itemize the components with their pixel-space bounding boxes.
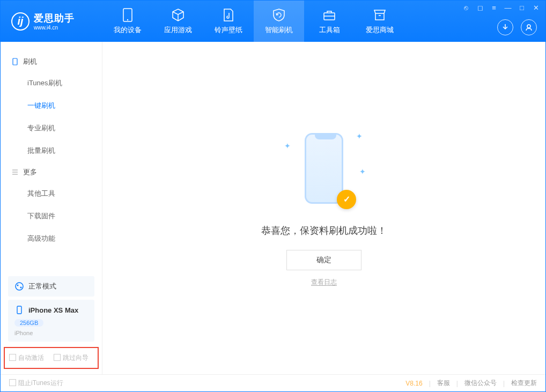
svg-rect-4 — [13, 58, 17, 65]
logo-icon: ij — [11, 12, 29, 31]
check-badge-icon: ✓ — [337, 190, 356, 209]
tab-label: 爱思商城 — [366, 25, 394, 35]
download-button[interactable] — [497, 19, 513, 35]
section-title: 更多 — [23, 167, 37, 177]
shield-refresh-icon — [272, 8, 286, 22]
header-actions — [497, 19, 537, 35]
logo: ij 爱思助手 www.i4.cn — [1, 12, 102, 31]
cube-icon — [171, 8, 185, 22]
block-itunes-label: 阻止iTunes运行 — [18, 379, 63, 387]
phone-graphic — [305, 133, 343, 204]
music-file-icon — [222, 8, 235, 22]
sidebar-item-itunes-flash[interactable]: iTunes刷机 — [1, 72, 102, 94]
footer-link-support[interactable]: 客服 — [437, 379, 450, 388]
skip-guide-label: 跳过向导 — [63, 354, 88, 361]
user-button[interactable] — [521, 19, 537, 35]
footer-link-wechat[interactable]: 微信公众号 — [464, 379, 497, 388]
close-button[interactable]: ✕ — [532, 4, 540, 12]
sidebar-item-batch-flash[interactable]: 批量刷机 — [1, 139, 102, 162]
sidebar-item-advanced[interactable]: 高级功能 — [1, 227, 102, 250]
block-itunes-checkbox[interactable]: 阻止iTunes运行 — [9, 379, 63, 388]
version-label: V8.16 — [405, 380, 422, 387]
mode-card[interactable]: 正常模式 — [8, 276, 94, 297]
sidebar: 刷机 iTunes刷机 一键刷机 专业刷机 批量刷机 更多 其他工具 下载固件 … — [1, 42, 102, 374]
menu-icon[interactable]: ≡ — [490, 4, 498, 12]
svg-rect-8 — [17, 306, 21, 314]
sparkle-icon: ✦ — [356, 132, 363, 140]
device-type: iPhone — [14, 330, 33, 336]
svg-point-1 — [127, 19, 128, 20]
tab-ringtones[interactable]: 铃声壁纸 — [203, 1, 254, 42]
device-name: iPhone XS Max — [28, 306, 78, 314]
footer-link-update[interactable]: 检查更新 — [511, 379, 537, 388]
minimize-button[interactable]: — — [504, 4, 512, 12]
feedback-icon[interactable]: ◻ — [476, 4, 484, 12]
sidebar-item-oneclick-flash[interactable]: 一键刷机 — [1, 94, 102, 117]
section-flash: 刷机 — [1, 51, 102, 72]
success-illustration: ✦ ✦ ✦ ✓ — [281, 130, 367, 210]
tshirt-icon[interactable]: ⎋ — [462, 4, 470, 12]
main-tabs: 我的设备 应用游戏 铃声壁纸 智能刷机 工具箱 爱思商城 — [102, 1, 405, 42]
app-name: 爱思助手 — [34, 12, 75, 25]
ok-button[interactable]: 确定 — [286, 250, 361, 270]
device-card[interactable]: iPhone XS Max 256GB iPhone — [8, 300, 94, 342]
tab-label: 工具箱 — [319, 25, 340, 35]
success-message: 恭喜您，保资料刷机成功啦！ — [261, 224, 387, 237]
main-content: ✦ ✦ ✦ ✓ 恭喜您，保资料刷机成功啦！ 确定 查看日志 — [102, 42, 545, 374]
options-row: 自动激活 跳过向导 — [4, 347, 99, 369]
maximize-button[interactable]: □ — [518, 4, 526, 12]
footer: 阻止iTunes运行 V8.16 | 客服 | 微信公众号 | 检查更新 — [1, 374, 545, 391]
store-icon — [373, 8, 387, 22]
auto-activate-label: 自动激活 — [18, 354, 44, 361]
tab-toolbox[interactable]: 工具箱 — [304, 1, 355, 42]
svg-point-5 — [16, 283, 23, 290]
app-window: ij 爱思助手 www.i4.cn 我的设备 应用游戏 铃声壁纸 智能刷机 — [0, 0, 546, 392]
view-log-link[interactable]: 查看日志 — [311, 278, 337, 287]
tab-label: 我的设备 — [114, 25, 142, 35]
svg-point-7 — [20, 287, 22, 289]
mode-label: 正常模式 — [28, 282, 56, 291]
device-icon — [11, 58, 19, 65]
sparkle-icon: ✦ — [284, 142, 291, 150]
sparkle-icon: ✦ — [359, 167, 366, 176]
tab-label: 应用游戏 — [164, 25, 192, 35]
sidebar-item-pro-flash[interactable]: 专业刷机 — [1, 117, 102, 139]
phone-small-icon — [14, 305, 24, 315]
phone-icon — [121, 8, 135, 22]
sidebar-item-download-firmware[interactable]: 下载固件 — [1, 205, 102, 227]
titlebar-controls: ⎋ ◻ ≡ — □ ✕ — [462, 4, 540, 12]
tab-my-device[interactable]: 我的设备 — [102, 1, 153, 42]
svg-point-3 — [527, 25, 530, 28]
tab-apps-games[interactable]: 应用游戏 — [153, 1, 203, 42]
body: 刷机 iTunes刷机 一键刷机 专业刷机 批量刷机 更多 其他工具 下载固件 … — [1, 42, 545, 374]
svg-point-6 — [17, 285, 19, 286]
section-more: 更多 — [1, 162, 102, 182]
auto-activate-checkbox[interactable]: 自动激活 — [9, 353, 44, 363]
device-capacity: 256GB — [14, 319, 43, 327]
app-url: www.i4.cn — [34, 25, 75, 31]
skip-guide-checkbox[interactable]: 跳过向导 — [54, 353, 88, 363]
sidebar-item-other-tools[interactable]: 其他工具 — [1, 182, 102, 205]
tab-store[interactable]: 爱思商城 — [355, 1, 405, 42]
list-icon — [11, 168, 19, 176]
tab-smart-flash[interactable]: 智能刷机 — [254, 1, 304, 42]
section-title: 刷机 — [23, 57, 37, 66]
tab-label: 智能刷机 — [265, 25, 293, 35]
toolbox-icon — [322, 8, 336, 22]
tab-label: 铃声壁纸 — [215, 25, 242, 35]
header: ij 爱思助手 www.i4.cn 我的设备 应用游戏 铃声壁纸 智能刷机 — [1, 1, 545, 42]
mode-icon — [14, 282, 24, 291]
